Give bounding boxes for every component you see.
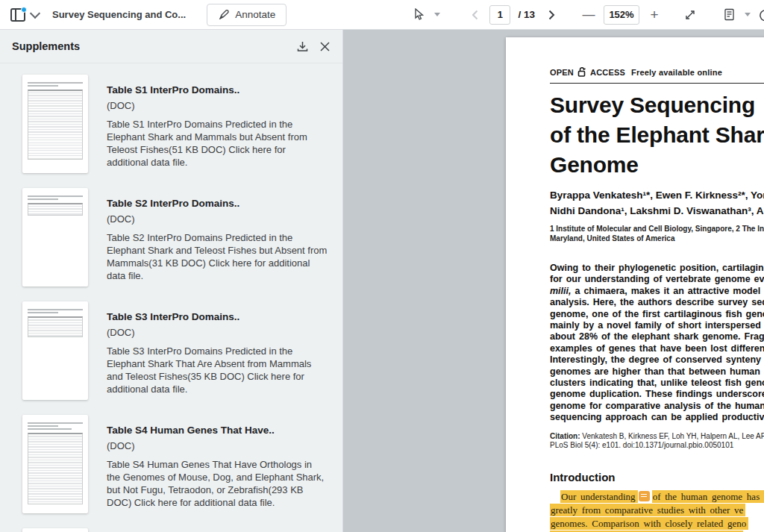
top-toolbar: Survey Sequencing and Co... Annotate / 1… xyxy=(0,0,764,30)
supplements-list: Table S1 InterPro Domains.. (DOC) Table … xyxy=(0,63,342,532)
page-view-icon[interactable] xyxy=(720,6,738,24)
supplement-filetype: (DOC) xyxy=(107,100,328,111)
supplements-panel: Supplements Table S1 Inter xyxy=(0,30,343,532)
affiliations: 1 Institute of Molecular and Cell Biolog… xyxy=(550,224,764,243)
supplement-description: Table S2 InterPro Domains Predicted in t… xyxy=(107,231,328,282)
pen-icon xyxy=(218,9,230,21)
supplement-item-s1[interactable]: Table S1 InterPro Domains.. (DOC) Table … xyxy=(22,75,328,173)
supplement-title[interactable]: Table S4 Human Genes That Have.. xyxy=(107,425,328,436)
page-count-label: / 13 xyxy=(518,9,535,20)
sidebar-toggle-icon[interactable] xyxy=(10,8,25,22)
document-title: Survey Sequencing and Co... xyxy=(52,9,186,20)
supplement-thumbnail-s4[interactable] xyxy=(22,415,88,513)
zoom-out-button[interactable]: — xyxy=(580,6,598,24)
supplement-item-s5[interactable] xyxy=(22,528,328,532)
supplement-title[interactable]: Table S2 InterPro Domains.. xyxy=(107,198,328,209)
annotate-label: Annotate xyxy=(235,9,275,20)
supplement-thumbnail-s1[interactable] xyxy=(22,75,88,173)
open-label: OPEN xyxy=(550,68,574,77)
page-view-caret[interactable] xyxy=(745,13,751,16)
open-access-line: OPEN ACCESS Freely available online xyxy=(550,67,764,77)
abstract-paragraph: Owing to their phylogenetic position, ca… xyxy=(550,263,764,424)
page-number-input[interactable] xyxy=(489,5,510,25)
rotate-icon[interactable] xyxy=(757,6,764,24)
supplement-item-s3[interactable]: Table S3 InterPro Domains.. (DOC) Table … xyxy=(22,301,328,400)
supplement-thumbnail-s5[interactable] xyxy=(22,528,88,532)
paper-title: Survey Sequencing of the Elephant Shark … xyxy=(550,90,764,180)
supplement-item-s2[interactable]: Table S2 InterPro Domains.. (DOC) Table … xyxy=(22,188,328,287)
author-list: Byrappa Venkatesh¹*, Ewen F. Kirkness²*,… xyxy=(550,187,764,219)
supplement-description: Table S4 Human Genes That Have Orthologs… xyxy=(107,458,328,509)
supplements-panel-header: Supplements xyxy=(0,30,342,63)
supplement-item-s4[interactable]: Table S4 Human Genes That Have.. (DOC) T… xyxy=(22,415,328,513)
annotation-note-icon[interactable] xyxy=(639,491,650,501)
supplements-title: Supplements xyxy=(12,40,80,52)
pdf-page: OPEN ACCESS Freely available online Surv… xyxy=(506,37,764,532)
supplement-title[interactable]: Table S1 InterPro Domains.. xyxy=(107,84,328,96)
access-label: ACCESS xyxy=(590,68,625,77)
expand-fullscreen-icon[interactable] xyxy=(681,6,699,24)
download-icon[interactable] xyxy=(296,40,309,53)
zoom-level-input[interactable] xyxy=(604,5,639,25)
notification-dot xyxy=(21,7,27,13)
next-page-button[interactable] xyxy=(542,6,560,24)
previous-page-button[interactable] xyxy=(466,6,483,24)
supplement-title[interactable]: Table S3 InterPro Domains.. xyxy=(107,311,328,322)
supplement-description: Table S1 InterPro Domains Predicted in t… xyxy=(107,118,328,169)
select-tool-icon[interactable] xyxy=(410,6,428,24)
citation-block: Citation: Venkatesh B, Kirkness EF, Loh … xyxy=(550,432,764,450)
freely-available-label: Freely available online xyxy=(631,68,722,77)
supplement-description: Table S3 InterPro Domains Predicted in t… xyxy=(107,345,328,395)
supplement-filetype: (DOC) xyxy=(107,213,328,225)
chevron-down-icon[interactable] xyxy=(30,7,40,18)
supplement-filetype: (DOC) xyxy=(107,327,328,338)
select-tool-caret[interactable] xyxy=(434,13,440,16)
close-icon[interactable] xyxy=(319,41,331,52)
introduction-heading: Introduction xyxy=(550,471,764,484)
open-lock-icon xyxy=(577,67,586,77)
header-rule xyxy=(550,83,764,84)
supplement-filetype: (DOC) xyxy=(107,440,328,451)
zoom-in-button[interactable]: + xyxy=(645,6,663,24)
pdf-viewer-canvas[interactable]: OPEN ACCESS Freely available online Surv… xyxy=(343,30,764,532)
annotate-button[interactable]: Annotate xyxy=(207,4,286,26)
supplement-thumbnail-s2[interactable] xyxy=(22,188,88,287)
introduction-paragraph: Our understandingof the human genome has… xyxy=(550,490,764,532)
supplement-thumbnail-s3[interactable] xyxy=(22,301,88,400)
